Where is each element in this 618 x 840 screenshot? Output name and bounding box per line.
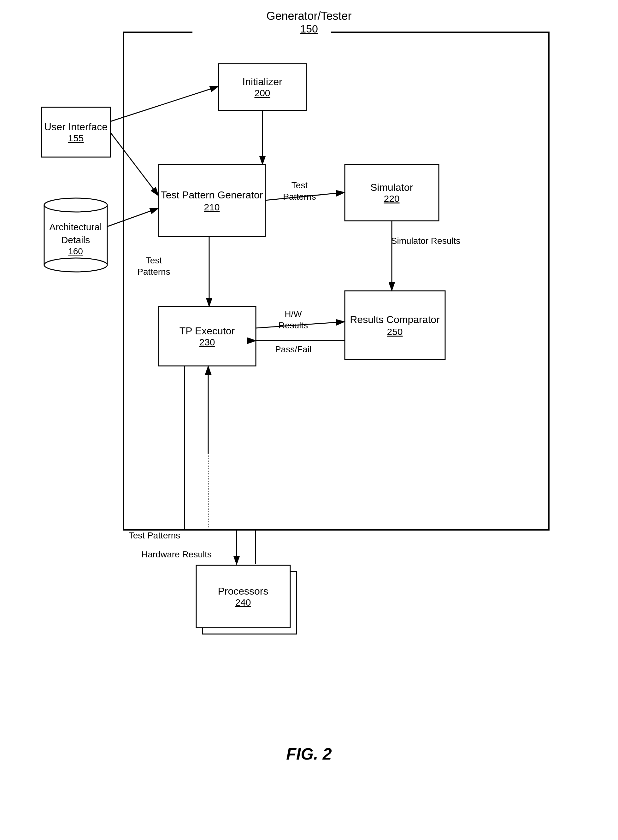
tp-executor-label: TP Executor [180,325,235,337]
results-comparator-box: Results Comparator 250 [345,291,444,359]
user-interface-number: 155 [68,133,83,144]
initializer-label: Initializer [242,76,282,88]
initializer-box: Initializer 200 [219,64,306,110]
arrow-label-hardware-results: Hardware Results [139,549,214,560]
processors-number: 240 [235,597,251,608]
arch-details-container: Architectural Details 160 [41,192,110,278]
arrow-label-test-patterns-2: Test Patterns [126,255,182,278]
tp-generator-number: 210 [204,202,220,212]
figure-caption: FIG. 2 [41,744,577,763]
arrow-label-simulator-results: Simulator Results [388,235,464,247]
svg-line-11 [110,132,158,196]
main-box-label: Generator/Tester 150 [41,9,577,35]
arch-details-number: 160 [41,246,110,257]
svg-point-29 [44,258,107,272]
simulator-box: Simulator 220 [345,165,438,220]
svg-point-30 [44,198,107,212]
initializer-number: 200 [254,88,270,98]
main-box-title: Generator/Tester [263,9,355,23]
tp-executor-number: 230 [199,337,215,347]
main-box-number: 150 [41,23,577,35]
results-comparator-label: Results Comparator [350,313,440,327]
simulator-number: 220 [383,193,400,204]
user-interface-box: User Interface 155 [42,108,110,156]
arch-details-text: Architectural Details 160 [41,221,110,257]
tp-generator-box: Test Pattern Generator 210 [159,165,265,236]
processors-box: Processors 240 [197,566,290,627]
svg-line-12 [106,208,158,227]
tp-generator-label: Test Pattern Generator [161,188,263,202]
arrow-label-hw-results: H/W Results [265,309,322,331]
user-interface-label: User Interface [44,121,108,133]
processors-label: Processors [218,585,268,597]
arrow-label-pass-fail: Pass/Fail [268,344,319,355]
diagram: Generator/Tester 150 User Interface 155 … [41,13,577,770]
arrow-label-test-patterns-3: Test Patterns [123,530,186,541]
svg-rect-2 [124,32,549,530]
tp-executor-box: TP Executor 230 [159,307,255,365]
svg-line-10 [110,86,218,122]
simulator-label: Simulator [370,182,413,193]
arch-details-label: Architectural Details [41,221,110,246]
results-comparator-number: 250 [387,327,403,337]
arrow-label-test-patterns-1: Test Patterns [271,180,328,203]
